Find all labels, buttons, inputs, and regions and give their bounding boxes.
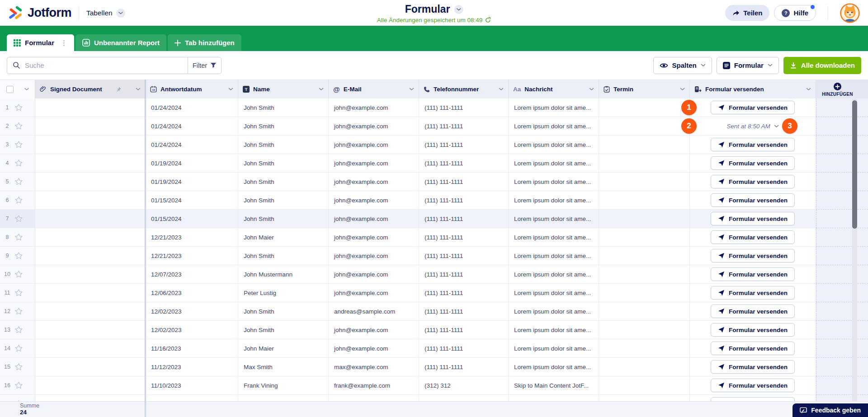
cell-telefonnummer[interactable]: (111) 111-1111 bbox=[419, 284, 509, 302]
column-header-antwortdatum[interactable]: 10Antwortdatum bbox=[146, 80, 238, 98]
cell-add-column[interactable] bbox=[816, 284, 868, 302]
cell-telefonnummer[interactable]: (111) 111-1111 bbox=[419, 358, 509, 376]
cell-add-column[interactable] bbox=[816, 210, 868, 228]
cell-name[interactable]: John Maier bbox=[238, 228, 329, 247]
star-toggle[interactable] bbox=[14, 215, 23, 223]
column-header-termin[interactable]: Termin bbox=[599, 80, 690, 98]
star-toggle[interactable] bbox=[14, 103, 23, 112]
pin-icon[interactable] bbox=[116, 86, 122, 93]
cell-signed-document[interactable] bbox=[35, 265, 146, 284]
cell-add-column[interactable] bbox=[816, 98, 868, 117]
cell-termin[interactable] bbox=[599, 154, 690, 173]
cell-nachricht[interactable]: Lorem ipsum dolor sit ame... bbox=[509, 247, 599, 265]
search-input[interactable] bbox=[20, 61, 188, 70]
send-form-button[interactable]: Formular versenden bbox=[711, 175, 795, 188]
cell-signed-document[interactable] bbox=[35, 302, 146, 321]
cell-name[interactable]: John Smith bbox=[238, 247, 329, 265]
cell-email[interactable]: john@example.com bbox=[329, 210, 419, 228]
star-toggle[interactable] bbox=[14, 381, 23, 389]
cell-add-column[interactable] bbox=[816, 321, 868, 339]
cell-add-column[interactable] bbox=[816, 154, 868, 173]
filter-button[interactable]: Filter bbox=[188, 57, 221, 74]
cell-add-column[interactable] bbox=[816, 265, 868, 284]
cell-telefonnummer[interactable]: (111) 111-1111 bbox=[419, 117, 509, 136]
send-form-button[interactable]: Formular versenden bbox=[711, 286, 795, 300]
cell-signed-document[interactable] bbox=[35, 339, 146, 358]
cell-termin[interactable] bbox=[599, 98, 690, 117]
send-form-button[interactable]: Formular versenden bbox=[711, 212, 795, 225]
cell-antwortdatum[interactable]: 01/24/2024 bbox=[146, 136, 238, 154]
cell-email[interactable]: john@example.com bbox=[329, 117, 419, 136]
cell-email[interactable]: john@example.com bbox=[329, 339, 419, 358]
cell-email[interactable]: john@example.com bbox=[329, 191, 419, 210]
select-all-header[interactable] bbox=[0, 80, 35, 98]
cell-termin[interactable] bbox=[599, 284, 690, 302]
star-toggle[interactable] bbox=[14, 141, 23, 149]
column-header-name[interactable]: TName bbox=[238, 80, 329, 98]
cell-termin[interactable] bbox=[599, 247, 690, 265]
cell-name[interactable]: John Smith bbox=[238, 302, 329, 321]
cell-name[interactable]: John Smith bbox=[238, 210, 329, 228]
columns-button[interactable]: Spalten bbox=[653, 57, 712, 74]
star-toggle[interactable] bbox=[14, 159, 23, 167]
jotform-logo-icon[interactable] bbox=[8, 5, 24, 21]
send-form-button[interactable]: Formular versenden bbox=[711, 379, 795, 392]
cell-signed-document[interactable] bbox=[35, 191, 146, 210]
send-form-button[interactable]: Formular versenden bbox=[711, 193, 795, 207]
send-form-button[interactable]: Formular versenden bbox=[711, 101, 795, 114]
tab-unbenannter-report[interactable]: Unbenannter Report bbox=[75, 34, 166, 51]
download-all-button[interactable]: Alle downloaden bbox=[783, 57, 861, 74]
cell-signed-document[interactable] bbox=[35, 210, 146, 228]
cell-nachricht[interactable]: Lorem ipsum dolor sit ame... bbox=[509, 321, 599, 339]
cell-termin[interactable] bbox=[599, 117, 690, 136]
cell-termin[interactable] bbox=[599, 210, 690, 228]
avatar[interactable] bbox=[840, 3, 860, 23]
cell-add-column[interactable] bbox=[816, 358, 868, 376]
help-button[interactable]: ? Hilfe bbox=[774, 5, 816, 21]
star-toggle[interactable] bbox=[14, 270, 23, 278]
cell-antwortdatum[interactable]: 01/24/2024 bbox=[146, 117, 238, 136]
column-header-email[interactable]: @E-Mail bbox=[329, 80, 419, 98]
cell-add-column[interactable] bbox=[816, 395, 868, 401]
cell-antwortdatum[interactable]: 01/15/2024 bbox=[146, 191, 238, 210]
cell-nachricht[interactable]: Lorem ipsum dolor sit ame... bbox=[509, 339, 599, 358]
cell-nachricht[interactable]: Lorem ipsum dolor sit ame... bbox=[509, 358, 599, 376]
cell-add-column[interactable] bbox=[816, 376, 868, 395]
cell-antwortdatum[interactable]: 12/02/2023 bbox=[146, 302, 238, 321]
cell-name[interactable]: Max Smith bbox=[238, 358, 329, 376]
cell-signed-document[interactable] bbox=[35, 358, 146, 376]
cell-name[interactable]: Frank Vining bbox=[238, 376, 329, 395]
cell-nachricht[interactable]: Lorem ipsum dolor sit ame... bbox=[509, 117, 599, 136]
cell-signed-document[interactable] bbox=[35, 247, 146, 265]
cell-termin[interactable] bbox=[599, 339, 690, 358]
star-toggle[interactable] bbox=[14, 178, 23, 186]
cell-name[interactable] bbox=[238, 395, 329, 401]
cell-telefonnummer[interactable]: (111) 111-1111 bbox=[419, 265, 509, 284]
cell-telefonnummer[interactable] bbox=[419, 395, 509, 401]
refresh-icon[interactable] bbox=[485, 17, 491, 23]
column-header-telefonnummer[interactable]: Telefonnummer bbox=[419, 80, 509, 98]
cell-signed-document[interactable] bbox=[35, 228, 146, 247]
cell-signed-document[interactable] bbox=[35, 284, 146, 302]
brand-wordmark[interactable]: Jotform bbox=[28, 6, 71, 20]
cell-signed-document[interactable] bbox=[35, 117, 146, 136]
cell-name[interactable]: John Smith bbox=[238, 154, 329, 173]
cell-termin[interactable] bbox=[599, 136, 690, 154]
cell-termin[interactable] bbox=[599, 302, 690, 321]
cell-termin[interactable] bbox=[599, 395, 690, 401]
share-button[interactable]: Teilen bbox=[725, 5, 769, 21]
cell-nachricht[interactable]: Lorem ipsum dolor sit ame... bbox=[509, 302, 599, 321]
cell-name[interactable]: John Mustermann bbox=[238, 265, 329, 284]
cell-antwortdatum[interactable]: 01/15/2024 bbox=[146, 210, 238, 228]
star-toggle[interactable] bbox=[14, 344, 23, 352]
cell-termin[interactable] bbox=[599, 228, 690, 247]
star-toggle[interactable] bbox=[14, 233, 23, 241]
cell-nachricht[interactable]: Lorem ipsum dolor sit ame... bbox=[509, 284, 599, 302]
cell-name[interactable]: John Smith bbox=[238, 173, 329, 191]
cell-telefonnummer[interactable]: (111) 111-1111 bbox=[419, 98, 509, 117]
star-toggle[interactable] bbox=[14, 326, 23, 334]
cell-email[interactable]: john@example.com bbox=[329, 228, 419, 247]
cell-email[interactable]: john@example.com bbox=[329, 265, 419, 284]
cell-antwortdatum[interactable]: 12/21/2023 bbox=[146, 247, 238, 265]
column-header-formular-versenden[interactable]: Formular versenden bbox=[690, 80, 816, 98]
